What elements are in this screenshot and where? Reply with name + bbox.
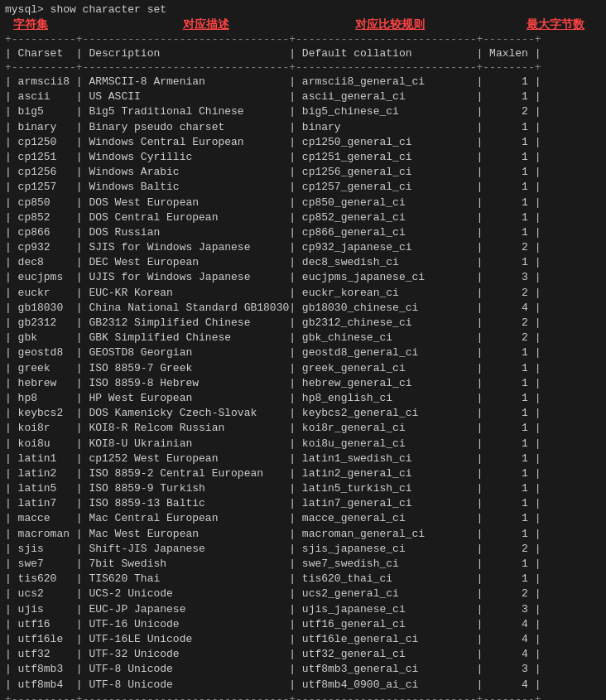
- table-row: | hebrew | ISO 8859-8 Hebrew | hebrew_ge…: [0, 376, 606, 391]
- annotation-row: 字符集 对应描述 对应比较规则 最大字节数: [0, 17, 606, 32]
- table-row: | latin2 | ISO 8859-2 Central European |…: [0, 466, 606, 481]
- table-row: | binary | Binary pseudo charset | binar…: [0, 120, 606, 135]
- table-row: | dec8 | DEC West European | dec8_swedis…: [0, 255, 606, 270]
- table-row: | ujis | EUC-JP Japanese | ujis_japanese…: [0, 602, 606, 617]
- table-row: | cp1256 | Windows Arabic | cp1256_gener…: [0, 165, 606, 180]
- table-row: | euckr | EUC-KR Korean | euckr_korean_c…: [0, 286, 606, 301]
- charset-annotation: 字符集: [13, 17, 48, 32]
- column-headers: | Charset | Description | Default collat…: [0, 46, 606, 60]
- table-row: | hp8 | HP West European | hp8_english_c…: [0, 391, 606, 406]
- table-row: | cp852 | DOS Central European | cp852_g…: [0, 210, 606, 225]
- table-row: | utf8mb3 | UTF-8 Unicode | utf8mb3_gene…: [0, 662, 606, 677]
- table-row: | utf16le | UTF-16LE Unicode | utf16le_g…: [0, 632, 606, 647]
- table-row: | cp866 | DOS Russian | cp866_general_ci…: [0, 225, 606, 240]
- separator-col: +----------+----------------------------…: [0, 60, 606, 75]
- table-row: | utf16 | UTF-16 Unicode | utf16_general…: [0, 617, 606, 632]
- table-row: | big5 | Big5 Traditional Chinese | big5…: [0, 104, 606, 119]
- table-row: | cp850 | DOS West European | cp850_gene…: [0, 196, 606, 210]
- table-row: | gb2312 | GB2312 Simplified Chinese | g…: [0, 316, 606, 331]
- table-row: | ucs2 | UCS-2 Unicode | ucs2_general_ci…: [0, 587, 606, 601]
- table-row: | gbk | GBK Simplified Chinese | gbk_chi…: [0, 331, 606, 345]
- table-row: | keybcs2 | DOS Kamenicky Czech-Slovak |…: [0, 406, 606, 421]
- command-line: mysql> show character set: [0, 0, 606, 17]
- table-row: | utf8mb4 | UTF-8 Unicode | utf8mb4_0900…: [0, 678, 606, 693]
- table-row: | cp1250 | Windows Central European | cp…: [0, 135, 606, 150]
- table-row: | tis620 | TIS620 Thai | tis620_thai_ci …: [0, 572, 606, 587]
- data-rows-container: | armscii8 | ARMSCII-8 Armenian | armsci…: [0, 75, 606, 693]
- terminal-window: mysql> show character set 字符集 对应描述 对应比较规…: [0, 0, 606, 700]
- table-row: | latin5 | ISO 8859-9 Turkish | latin5_t…: [0, 481, 606, 496]
- maxlen-annotation: 最大字节数: [527, 17, 584, 32]
- table-row: | eucjpms | UJIS for Windows Japanese | …: [0, 270, 606, 285]
- table-row: | armscii8 | ARMSCII-8 Armenian | armsci…: [0, 75, 606, 89]
- table-row: | macce | Mac Central European | macce_g…: [0, 511, 606, 526]
- table-row: | geostd8 | GEOSTD8 Georgian | geostd8_g…: [0, 345, 606, 360]
- separator-top: +----------+----------------------------…: [0, 32, 606, 46]
- collation-annotation: 对应比较规则: [355, 17, 425, 32]
- table-row: | cp932 | SJIS for Windows Japanese | cp…: [0, 240, 606, 255]
- table-row: | greek | ISO 8859-7 Greek | greek_gener…: [0, 361, 606, 376]
- table-row: | koi8r | KOI8-R Relcom Russian | koi8r_…: [0, 421, 606, 436]
- table-row: | macroman | Mac West European | macroma…: [0, 527, 606, 542]
- table-row: | cp1251 | Windows Cyrillic | cp1251_gen…: [0, 150, 606, 165]
- table-row: | utf32 | UTF-32 Unicode | utf32_general…: [0, 647, 606, 662]
- table-row: | latin7 | ISO 8859-13 Baltic | latin7_g…: [0, 496, 606, 511]
- table-row: | latin1 | cp1252 West European | latin1…: [0, 451, 606, 466]
- description-annotation: 对应描述: [183, 17, 229, 32]
- separator-bot: +----------+----------------------------…: [0, 693, 606, 700]
- table-row: | gb18030 | China National Standard GB18…: [0, 301, 606, 316]
- table-row: | ascii | US ASCII | ascii_general_ci | …: [0, 89, 606, 104]
- table-row: | cp1257 | Windows Baltic | cp1257_gener…: [0, 180, 606, 195]
- table-row: | sjis | Shift-JIS Japanese | sjis_japan…: [0, 542, 606, 557]
- table-row: | swe7 | 7bit Swedish | swe7_swedish_ci …: [0, 557, 606, 572]
- table-row: | koi8u | KOI8-U Ukrainian | koi8u_gener…: [0, 437, 606, 451]
